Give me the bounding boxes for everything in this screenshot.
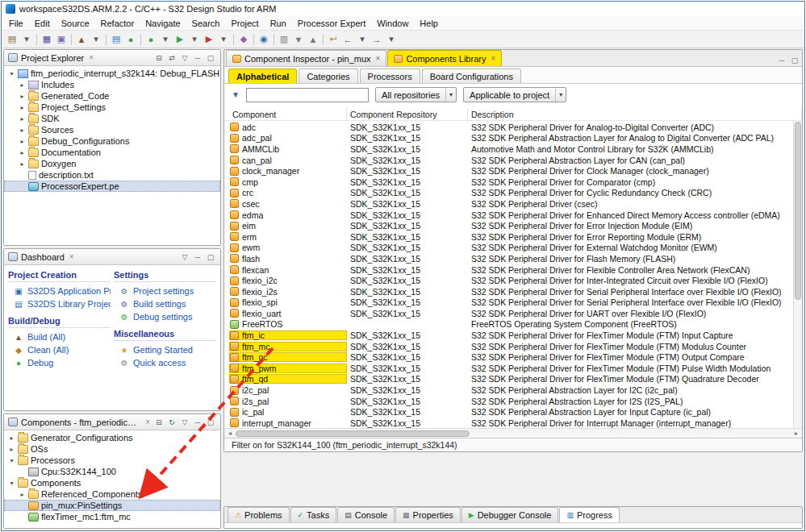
- column-header-component[interactable]: Component: [229, 108, 347, 120]
- expand-arrow-icon[interactable]: ▸: [8, 446, 15, 453]
- close-icon[interactable]: ×: [89, 53, 94, 62]
- library-subtab[interactable]: Processors: [360, 69, 420, 83]
- bottom-tab[interactable]: ✓ Tasks: [290, 507, 337, 522]
- dashboard-link[interactable]: ⚙ Project settings: [114, 285, 216, 297]
- table-row[interactable]: flexio_uart SDK_S32K1xx_15 S32 SDK Perip…: [229, 308, 792, 319]
- table-row[interactable]: i2s_pal SDK_S32K1xx_15 S32 SDK Periphera…: [229, 396, 792, 407]
- expand-arrow-icon[interactable]: ▸: [19, 115, 26, 123]
- table-row[interactable]: clock_manager SDK_S32K1xx_15 S32 SDK Per…: [229, 165, 792, 177]
- external-tools-dropdown-caret-icon[interactable]: ▾: [216, 32, 231, 47]
- tree-item[interactable]: pin_mux:PinSettings: [4, 500, 220, 511]
- expand-arrow-icon[interactable]: ▸: [8, 434, 15, 442]
- component-filter-input[interactable]: [246, 88, 369, 102]
- dashboard-link[interactable]: ▣ S32DS Application Project: [8, 285, 111, 297]
- separator-icon[interactable]: [71, 34, 72, 45]
- editor-tab[interactable]: Components Library ×: [387, 50, 502, 66]
- library-subtab[interactable]: Board Configurations: [422, 69, 521, 83]
- minimize-icon[interactable]: ─: [192, 251, 203, 263]
- expand-arrow-icon[interactable]: ▸: [19, 149, 26, 156]
- horizontal-scrollbar[interactable]: ◂ ▸: [224, 428, 802, 438]
- refresh-icon[interactable]: ↻: [166, 417, 177, 428]
- next-annotation-icon[interactable]: ▼: [291, 32, 306, 47]
- tree-item[interactable]: ▸ Generated_Code: [4, 90, 220, 102]
- maximize-icon[interactable]: ▢: [205, 251, 216, 263]
- tree-item[interactable]: ▸ SDK: [4, 113, 220, 124]
- table-row[interactable]: ftm_mc SDK_S32K1xx_15 S32 SDK Peripheral…: [229, 341, 792, 352]
- menu-item[interactable]: Help: [414, 18, 444, 29]
- search-icon[interactable]: ◉: [257, 32, 271, 47]
- tree-item[interactable]: ▸ Referenced_Components: [4, 488, 220, 500]
- tree-item[interactable]: ▸ Generator_Configurations: [4, 432, 220, 443]
- menu-item[interactable]: Search: [186, 18, 226, 29]
- annotations-icon[interactable]: ▥: [277, 32, 291, 47]
- bottom-tab[interactable]: ▥ Progress: [559, 507, 620, 522]
- table-row[interactable]: ftm_qd SDK_S32K1xx_15 S32 SDK Peripheral…: [229, 374, 792, 385]
- dashboard-link[interactable]: ⚙ Build settings: [114, 297, 216, 310]
- table-row[interactable]: interrupt_manager SDK_S32K1xx_15 S32 SDK…: [229, 418, 792, 428]
- separator-icon[interactable]: [36, 34, 37, 45]
- dashboard-link[interactable]: ◆ Clean (All): [8, 343, 111, 356]
- dashboard-link[interactable]: ● Debug: [8, 356, 111, 369]
- expand-arrow-icon[interactable]: ▸: [19, 104, 26, 111]
- library-subtab[interactable]: Alphabetical: [228, 69, 297, 83]
- table-row[interactable]: AMMCLib SDK_S32K1xx_15 Automotive Math a…: [229, 143, 792, 155]
- table-row[interactable]: flash SDK_S32K1xx_15 S32 SDK Peripheral …: [229, 253, 792, 264]
- table-row[interactable]: ic_pal SDK_S32K1xx_15 S32 SDK Peripheral…: [229, 406, 792, 418]
- menu-item[interactable]: Run: [265, 18, 292, 29]
- debug-icon[interactable]: ●: [144, 32, 158, 47]
- column-header-repository[interactable]: Component Repository: [347, 108, 468, 120]
- expand-arrow-icon[interactable]: ▸: [19, 138, 26, 145]
- repositories-dropdown[interactable]: All repositories ▾: [375, 87, 457, 102]
- tree-item[interactable]: flexTimer_mc1:ftm_mc: [4, 511, 220, 522]
- maximize-icon[interactable]: ▢: [205, 417, 216, 428]
- build-all-icon[interactable]: ▲: [74, 32, 89, 47]
- close-icon[interactable]: ×: [491, 54, 495, 63]
- table-row[interactable]: ftm_pwm SDK_S32K1xx_15 S32 SDK Periphera…: [229, 363, 792, 374]
- dashboard-link[interactable]: ▲ Build (All): [8, 330, 111, 343]
- tree-item[interactable]: ▸ Debug_Configurations: [4, 135, 220, 147]
- tree-item[interactable]: Cpu:S32K144_100: [4, 466, 220, 477]
- save-icon[interactable]: ▦: [40, 32, 54, 47]
- table-row[interactable]: cmp SDK_S32K1xx_15 S32 SDK Peripheral Dr…: [229, 177, 792, 188]
- tree-item[interactable]: ▸ Sources: [4, 124, 220, 135]
- table-row[interactable]: edma SDK_S32K1xx_15 S32 SDK Peripheral D…: [229, 210, 792, 221]
- close-icon[interactable]: ×: [376, 54, 381, 63]
- run-dropdown-caret-icon[interactable]: ▾: [187, 32, 202, 47]
- menu-item[interactable]: Refactor: [95, 18, 140, 29]
- tree-item[interactable]: ProcessorExpert.pe: [4, 181, 220, 192]
- link-with-editor-icon[interactable]: ⇄: [166, 52, 177, 64]
- separator-icon[interactable]: [274, 34, 274, 45]
- table-row[interactable]: i2c_pal SDK_S32K1xx_15 S32 SDK Periphera…: [229, 384, 792, 396]
- debug-dropdown-caret-icon[interactable]: ▾: [158, 32, 173, 47]
- bottom-tab[interactable]: ▤ Console: [337, 507, 395, 522]
- save-all-icon[interactable]: ▣: [54, 32, 69, 47]
- tree-item[interactable]: description.txt: [4, 169, 220, 181]
- scrollbar-thumb[interactable]: [795, 122, 801, 300]
- menu-item[interactable]: Project: [225, 18, 264, 29]
- library-subtab[interactable]: Categories: [299, 69, 357, 83]
- back-dropdown-caret-icon[interactable]: ▾: [355, 32, 370, 47]
- close-icon[interactable]: ×: [69, 252, 74, 261]
- scrollbar-thumb[interactable]: [236, 430, 470, 437]
- vertical-scrollbar[interactable]: [793, 121, 802, 428]
- separator-icon[interactable]: [233, 34, 234, 45]
- table-row[interactable]: flexio_i2s SDK_S32K1xx_15 S32 SDK Periph…: [229, 286, 792, 297]
- menu-item[interactable]: Navigate: [140, 18, 186, 29]
- separator-icon[interactable]: [253, 34, 254, 45]
- view-menu-icon[interactable]: ▽: [179, 417, 190, 428]
- applicable-dropdown[interactable]: Applicable to project ▾: [463, 87, 566, 102]
- table-row[interactable]: FreeRTOS FreeRTOS Operating System Compo…: [229, 319, 792, 330]
- expand-arrow-icon[interactable]: ▾: [8, 70, 15, 77]
- new-class-icon[interactable]: ●: [123, 32, 138, 47]
- new-icon[interactable]: ▤: [5, 32, 19, 47]
- forward-dropdown-caret-icon[interactable]: ▾: [384, 32, 399, 47]
- table-row[interactable]: ftm_ic SDK_S32K1xx_15 S32 SDK Peripheral…: [229, 330, 792, 341]
- scroll-right-icon[interactable]: ▸: [792, 430, 800, 437]
- table-row[interactable]: flexio_spi SDK_S32K1xx_15 S32 SDK Periph…: [229, 297, 792, 309]
- dashboard-link[interactable]: ⚙ Quick access: [114, 356, 216, 369]
- tree-item[interactable]: ▸ Includes: [4, 79, 220, 90]
- view-menu-icon[interactable]: ▽: [179, 52, 190, 64]
- maximize-icon[interactable]: ▢: [789, 55, 800, 66]
- table-row[interactable]: eim SDK_S32K1xx_15 S32 SDK Peripheral Dr…: [229, 220, 792, 231]
- dashboard-link[interactable]: ★ Getting Started: [114, 343, 216, 356]
